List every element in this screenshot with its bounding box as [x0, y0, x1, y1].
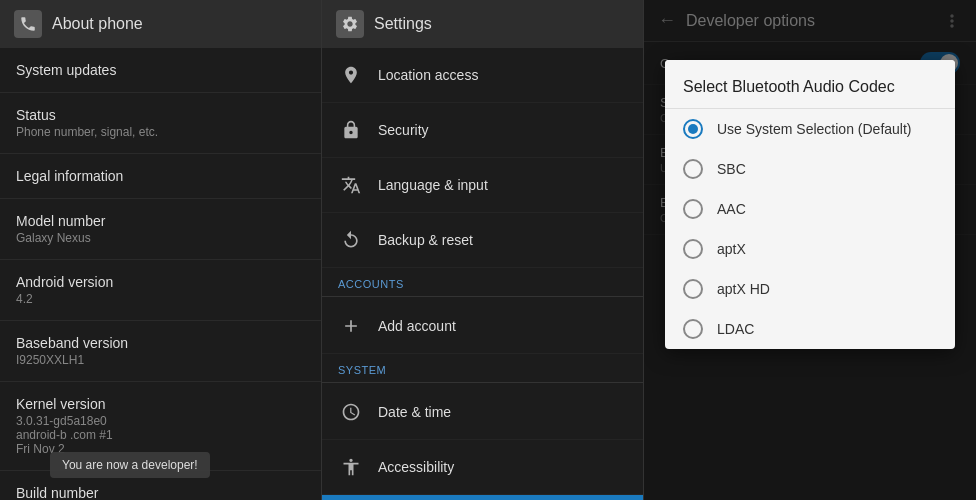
backup-reset-item[interactable]: Backup & reset — [322, 213, 643, 268]
about-phone-list: System updates Status Phone number, sign… — [0, 48, 321, 500]
radio-unselected-icon-3 — [683, 239, 703, 259]
status-subtitle: Phone number, signal, etc. — [16, 125, 305, 139]
android-version-title: Android version — [16, 274, 305, 290]
model-number-title: Model number — [16, 213, 305, 229]
about-phone-panel: About phone System updates Status Phone … — [0, 0, 322, 500]
add-account-icon — [338, 313, 364, 339]
kernel-version-item[interactable]: Kernel version 3.0.31-gd5a18e0 android-b… — [0, 382, 321, 471]
language-input-item[interactable]: Language & input — [322, 158, 643, 213]
add-account-label: Add account — [378, 318, 456, 334]
baseband-version-item[interactable]: Baseband version I9250XXLH1 — [0, 321, 321, 382]
radio-unselected-icon-4 — [683, 279, 703, 299]
dialog-overlay[interactable]: Select Bluetooth Audio Codec Use System … — [644, 42, 976, 500]
backup-icon — [338, 227, 364, 253]
codec-option-3[interactable]: aptX — [665, 229, 955, 269]
status-item[interactable]: Status Phone number, signal, etc. — [0, 93, 321, 154]
codec-option-3-label: aptX — [717, 241, 746, 257]
settings-icon — [336, 10, 364, 38]
date-time-item[interactable]: Date & time — [322, 385, 643, 440]
codec-option-5-label: LDAC — [717, 321, 754, 337]
legal-info-title: Legal information — [16, 168, 305, 184]
location-icon — [338, 62, 364, 88]
baseband-version-value: I9250XXLH1 — [16, 353, 305, 367]
android-version-value: 4.2 — [16, 292, 305, 306]
codec-option-2-label: AAC — [717, 201, 746, 217]
developer-options-content: On Select USB Configuration Charging Sel… — [644, 42, 976, 500]
codec-option-0[interactable]: Use System Selection (Default) — [665, 109, 955, 149]
dialog-title: Select Bluetooth Audio Codec — [665, 60, 955, 108]
add-account-item[interactable]: Add account — [322, 299, 643, 354]
legal-info-item[interactable]: Legal information — [0, 154, 321, 199]
model-number-value: Galaxy Nexus — [16, 231, 305, 245]
codec-option-1-label: SBC — [717, 161, 746, 177]
codec-option-4-label: aptX HD — [717, 281, 770, 297]
accounts-section-header: ACCOUNTS — [322, 268, 643, 294]
codec-option-5[interactable]: LDAC — [665, 309, 955, 349]
radio-unselected-icon-2 — [683, 199, 703, 219]
radio-selected-icon — [683, 119, 703, 139]
developer-options-item[interactable]: Developer options — [322, 495, 643, 500]
location-access-item[interactable]: Location access — [322, 48, 643, 103]
system-divider — [322, 382, 643, 383]
accessibility-label: Accessibility — [378, 459, 454, 475]
codec-option-0-label: Use System Selection (Default) — [717, 121, 912, 137]
radio-unselected-icon — [683, 159, 703, 179]
clock-icon — [338, 399, 364, 425]
lock-icon — [338, 117, 364, 143]
android-version-item[interactable]: Android version 4.2 — [0, 260, 321, 321]
about-phone-icon — [14, 10, 42, 38]
accessibility-item[interactable]: Accessibility — [322, 440, 643, 495]
baseband-version-title: Baseband version — [16, 335, 305, 351]
backup-reset-label: Backup & reset — [378, 232, 473, 248]
accounts-divider — [322, 296, 643, 297]
kernel-version-title: Kernel version — [16, 396, 305, 412]
accessibility-icon — [338, 454, 364, 480]
security-item[interactable]: Security — [322, 103, 643, 158]
location-access-label: Location access — [378, 67, 478, 83]
developer-options-panel: ← Developer options On Select USB Config… — [644, 0, 976, 500]
about-phone-title: About phone — [52, 15, 143, 33]
developer-toast: You are now a developer! — [50, 452, 210, 478]
system-updates-title: System updates — [16, 62, 305, 78]
radio-unselected-icon-5 — [683, 319, 703, 339]
language-input-label: Language & input — [378, 177, 488, 193]
kernel-version-value: 3.0.31-gd5a18e0 android-b .com #1 Fri No… — [16, 414, 305, 456]
codec-option-2[interactable]: AAC — [665, 189, 955, 229]
model-number-item[interactable]: Model number Galaxy Nexus — [0, 199, 321, 260]
security-label: Security — [378, 122, 429, 138]
bluetooth-codec-dialog: Select Bluetooth Audio Codec Use System … — [665, 60, 955, 349]
settings-panel: Settings Location access Security — [322, 0, 644, 500]
about-phone-header: About phone — [0, 0, 321, 48]
settings-title: Settings — [374, 15, 432, 33]
status-title: Status — [16, 107, 305, 123]
build-number-title: Build number — [16, 485, 305, 500]
language-icon — [338, 172, 364, 198]
settings-list: Location access Security Language & inpu… — [322, 48, 643, 500]
system-section-header: SYSTEM — [322, 354, 643, 380]
date-time-label: Date & time — [378, 404, 451, 420]
codec-option-4[interactable]: aptX HD — [665, 269, 955, 309]
system-updates-item[interactable]: System updates — [0, 48, 321, 93]
codec-option-1[interactable]: SBC — [665, 149, 955, 189]
settings-header: Settings — [322, 0, 643, 48]
